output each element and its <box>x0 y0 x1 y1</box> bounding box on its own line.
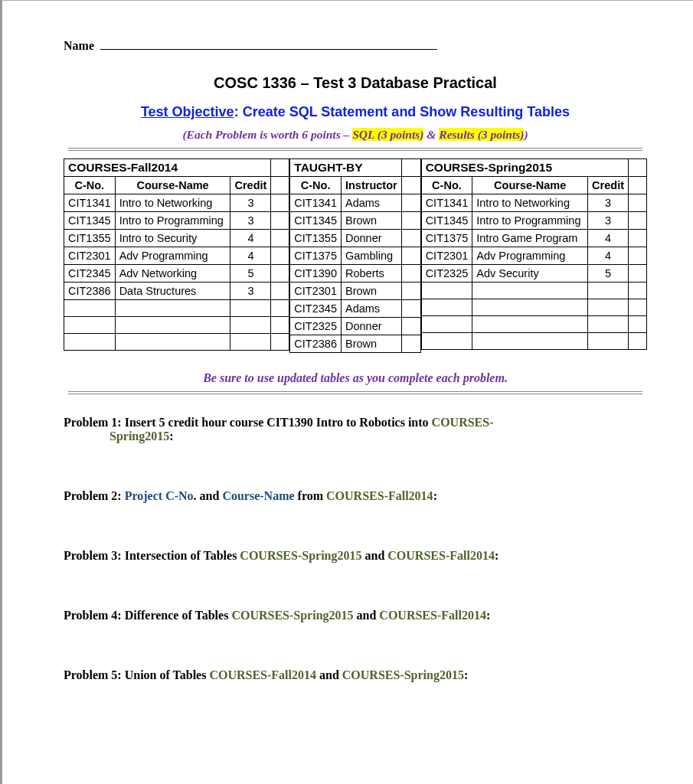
cell: Intro to Programming <box>115 212 230 230</box>
cell: 3 <box>588 212 629 230</box>
scoring-results-highlight: Results (3 points) <box>439 128 524 141</box>
table-row <box>421 333 646 350</box>
cell: CIT2345 <box>290 300 342 318</box>
problem-text: Problem 5: Union of Tables <box>64 668 209 681</box>
cell <box>588 299 629 316</box>
cell: CIT1355 <box>64 230 116 247</box>
spacer-cell <box>271 194 289 212</box>
table-ref: COURSES-Fall2014 <box>379 609 486 622</box>
field-ref: Course-Name <box>222 489 294 502</box>
table-row: CIT1341Adams <box>290 194 420 212</box>
cell: CIT1345 <box>421 212 472 230</box>
table-row: CIT1375Intro Game Program4 <box>421 230 646 247</box>
table-row: CIT2386Brown <box>290 335 420 353</box>
column-header: Instructor <box>341 177 401 194</box>
spacer-cell <box>271 300 289 317</box>
cell <box>230 334 271 351</box>
cell: CIT1341 <box>64 194 116 212</box>
spacer-cell <box>629 265 647 283</box>
spacer-cell <box>271 230 289 247</box>
tables-container: COURSES-Fall2014 C-No. Course-Name Credi… <box>64 158 647 353</box>
cell: Adv Programming <box>115 247 230 265</box>
spacer-cell <box>629 159 647 177</box>
cell: CIT1345 <box>64 212 116 230</box>
table-ref: COURSES-Fall2014 <box>209 668 316 681</box>
cell: 4 <box>588 230 629 247</box>
table-row: CIT2301Adv Programming4 <box>421 247 646 265</box>
table-title-fall2014: COURSES-Fall2014 <box>64 159 271 177</box>
cell: Intro to Programming <box>472 212 588 230</box>
cell <box>472 299 588 316</box>
cell: CIT1345 <box>290 212 342 230</box>
scoring-prefix: (Each Problem is worth 6 points – <box>182 128 352 141</box>
table-title-taughtby: TAUGHT-BY <box>290 159 401 177</box>
spacer-cell <box>401 335 420 353</box>
problem-5: Problem 5: Union of Tables COURSES-Fall2… <box>64 668 647 682</box>
spacer-cell <box>271 317 289 334</box>
cell <box>230 300 271 317</box>
scoring-line: (Each Problem is worth 6 points – SQL (3… <box>64 128 647 142</box>
cell: Brown <box>341 212 401 230</box>
cell <box>115 300 230 317</box>
test-objective: Test Objective: Create SQL Statement and… <box>64 104 647 120</box>
table-row: CIT1355Intro to Security4 <box>64 230 289 247</box>
problem-colon: : <box>464 668 468 681</box>
cell: 5 <box>588 265 629 283</box>
cell <box>64 334 116 351</box>
table-row: CIT2325Donner <box>290 318 420 335</box>
column-header: C-No. <box>421 177 472 194</box>
spacer-cell <box>629 283 647 299</box>
field-ref: Project C-No <box>125 489 194 502</box>
column-header: C-No. <box>64 177 116 194</box>
problem-colon: : <box>495 549 499 562</box>
column-header: Course-Name <box>472 177 588 194</box>
cell: CIT2386 <box>64 283 116 300</box>
cell <box>421 299 472 316</box>
cell: 3 <box>230 283 271 300</box>
table-row: CIT1355Donner <box>290 230 420 247</box>
table-row: CIT2345Adams <box>290 300 420 318</box>
cell <box>421 333 472 350</box>
problem-text: and <box>354 609 380 622</box>
instruction-note: Be sure to use updated tables as you com… <box>64 371 647 385</box>
spacer-cell <box>271 159 289 177</box>
cell: Gambling <box>341 247 401 265</box>
spacer-cell <box>401 230 420 247</box>
scoring-amp: & <box>423 128 439 141</box>
problem-3: Problem 3: Intersection of Tables COURSE… <box>64 549 647 563</box>
spacer-cell <box>401 283 420 300</box>
cell <box>588 283 629 299</box>
cell <box>230 317 271 334</box>
table-row <box>64 317 289 334</box>
problem-text: Problem 2: <box>64 489 125 502</box>
spacer-cell <box>629 194 647 212</box>
problem-text: Problem 1: Insert 5 credit hour course C… <box>64 416 432 429</box>
spacer-cell <box>401 177 420 194</box>
cell: Data Structures <box>115 283 230 300</box>
cell: CIT1375 <box>290 247 342 265</box>
cell: CIT1341 <box>421 194 472 212</box>
cell: 3 <box>230 194 271 212</box>
table-row: CIT1375Gambling <box>290 247 420 265</box>
cell <box>64 300 116 317</box>
cell: Adv Networking <box>115 265 230 283</box>
problem-colon: : <box>486 609 490 622</box>
cell <box>64 317 116 334</box>
table-row: CIT1345Intro to Programming3 <box>421 212 646 230</box>
cell <box>472 316 588 333</box>
spacer-cell <box>401 159 420 177</box>
table-row <box>64 300 289 317</box>
spacer-cell <box>401 194 420 212</box>
cell: 3 <box>230 212 271 230</box>
spacer-cell <box>271 334 289 351</box>
cell <box>115 317 230 334</box>
spacer-cell <box>629 299 647 316</box>
name-blank-line <box>100 49 437 50</box>
column-header: Course-Name <box>115 177 230 194</box>
objective-text: : Create SQL Statement and Show Resultin… <box>234 104 570 119</box>
spacer-cell <box>401 265 420 283</box>
table-ref: COURSES-Spring2015 <box>231 609 353 622</box>
table-row: CIT1341Intro to Networking3 <box>64 194 289 212</box>
problem-1: Problem 1: Insert 5 credit hour course C… <box>64 416 647 443</box>
spacer-cell <box>401 212 420 230</box>
